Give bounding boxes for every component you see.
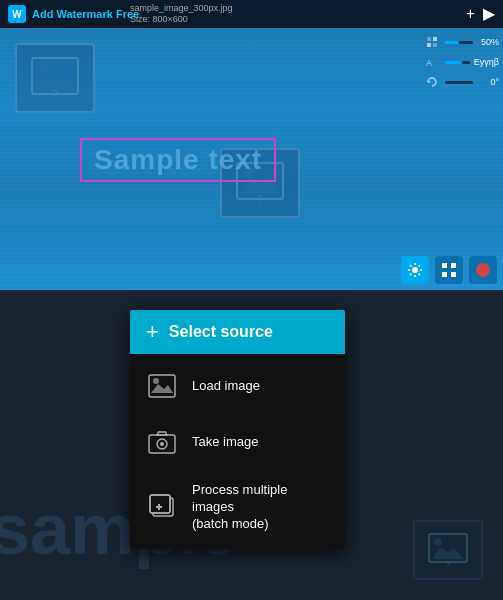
watermark-text-box[interactable]: Sample text [80,138,276,182]
svg-point-11 [412,267,418,273]
take-image-item[interactable]: Take image [130,414,345,470]
svg-text:A: A [426,58,432,68]
size-icon: A [424,54,440,70]
size-value: Eyγηβ [474,57,499,67]
rotation-track[interactable] [444,81,473,84]
dialog-header: + Select source [130,310,345,354]
app-title: Add Watermark Free [32,8,466,20]
play-button[interactable]: ▶ [483,6,495,22]
opacity-slider-row: 50% [424,34,499,50]
bottom-section: sample ? + Select source [0,290,503,600]
rotation-fill [444,81,445,84]
canvas-section: W Add Watermark Free sample_image_300px.… [0,0,503,290]
svg-rect-15 [451,272,456,277]
svg-rect-8 [427,43,431,47]
opacity-icon [424,34,440,50]
rotation-slider-row: 0° [424,74,499,90]
select-source-dialog: + Select source Load image [130,310,345,549]
watermark-text: Sample text [94,144,262,175]
filesize-label: Size: 800×600 [130,14,188,24]
toolbar: W Add Watermark Free sample_image_300px.… [0,0,503,28]
size-track[interactable] [444,61,470,64]
svg-point-1 [39,63,49,73]
rotation-value: 0° [477,77,499,87]
batch-icon [146,491,178,523]
opacity-fill [444,41,459,44]
add-button[interactable]: + [466,6,475,22]
canvas-bottom-toolbar [401,256,497,284]
take-image-label: Take image [192,434,258,451]
svg-rect-13 [451,263,456,268]
size-slider-row: A Eyγηβ [424,54,499,70]
svg-text:?: ? [446,560,451,568]
svg-point-16 [476,263,490,277]
dialog-body: Load image Take image [130,354,345,549]
take-image-icon [146,426,178,458]
rotation-icon [424,74,440,90]
svg-rect-12 [442,263,447,268]
svg-rect-14 [442,272,447,277]
grid-button[interactable] [435,256,463,284]
size-fill [444,61,462,64]
svg-rect-20 [149,375,175,397]
load-image-label: Load image [192,378,260,395]
svg-rect-9 [433,43,437,47]
dialog-add-icon: + [146,321,159,343]
app-logo: W [8,5,26,23]
right-panel: 50% A Eyγηβ [423,28,503,290]
settings-button[interactable] [401,256,429,284]
load-image-icon [146,370,178,402]
svg-text:?: ? [257,194,263,205]
batch-mode-item[interactable]: Process multiple images(batch mode) [130,470,345,545]
load-image-item[interactable]: Load image [130,358,345,414]
opacity-value: 50% [477,37,499,47]
canvas-area: ? ? Sample text [0,28,503,290]
batch-label: Process multiple images(batch mode) [192,482,329,533]
svg-rect-7 [433,37,437,41]
bg-image-placeholder: ? [413,520,483,580]
toolbar-actions: + ▶ [466,6,495,22]
dialog-title: Select source [169,323,273,341]
color-button[interactable] [469,256,497,284]
opacity-track[interactable] [444,41,473,44]
svg-point-24 [160,442,164,446]
filename-label: sample_image_300px.jpg [130,3,233,13]
svg-text:?: ? [52,89,58,100]
svg-point-21 [153,378,159,384]
svg-point-18 [434,538,442,546]
image-placeholder-1: ? [15,43,95,113]
svg-rect-6 [427,37,431,41]
